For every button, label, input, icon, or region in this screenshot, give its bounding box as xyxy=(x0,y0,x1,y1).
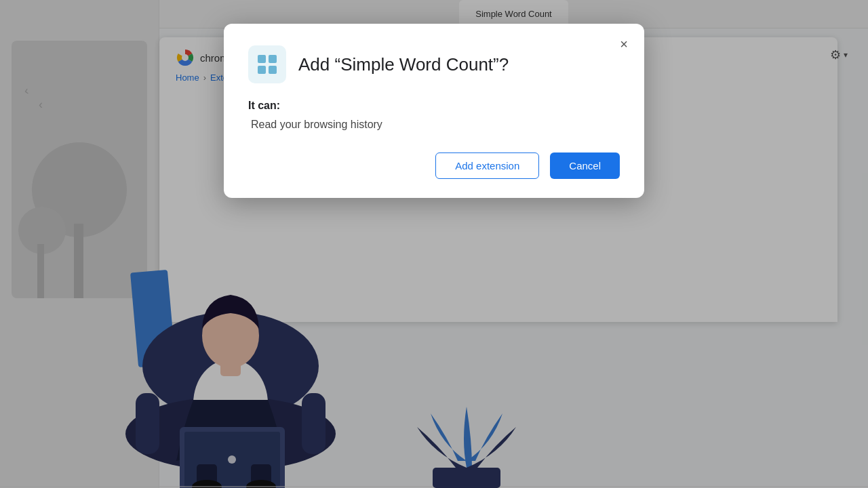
add-extension-button[interactable]: Add extension xyxy=(435,152,539,179)
add-extension-modal: × Add “Simple Word Count”? It can: Read … xyxy=(224,24,644,198)
it-can-label: It can: xyxy=(248,100,620,112)
extension-icon xyxy=(248,45,286,83)
modal-buttons: Add extension Cancel xyxy=(248,152,620,179)
modal-close-button[interactable]: × xyxy=(614,35,633,54)
cancel-button[interactable]: Cancel xyxy=(550,152,620,179)
modal-header: Add “Simple Word Count”? xyxy=(248,45,620,83)
puzzle-icon xyxy=(255,52,279,77)
svg-rect-27 xyxy=(269,55,277,63)
svg-rect-28 xyxy=(258,66,266,74)
svg-rect-29 xyxy=(269,66,277,74)
modal-overlay: × Add “Simple Word Count”? It can: Read … xyxy=(0,0,868,488)
modal-title-text: Add “Simple Word Count”? xyxy=(298,54,509,75)
permission-text: Read your browsing history xyxy=(248,119,620,131)
svg-rect-26 xyxy=(258,55,266,63)
